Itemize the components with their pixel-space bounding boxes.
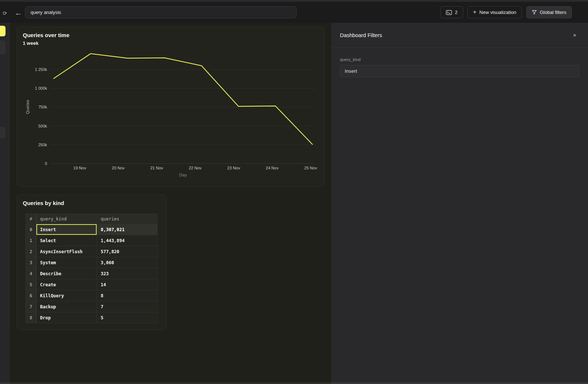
table-row: 7Backup7 (26, 301, 158, 312)
table-header: #query_kindqueries (26, 214, 158, 224)
query-kind-cell[interactable]: Backup (36, 301, 97, 312)
queries-count-cell[interactable]: 8 (97, 290, 158, 301)
y-tick-label: 1 250k (35, 67, 47, 72)
column-header-index[interactable]: # (26, 214, 36, 224)
x-tick-label: 20 Nov (112, 166, 125, 170)
table-row: 3System3,060 (26, 257, 158, 268)
table-row: 6KillQuery8 (26, 290, 158, 301)
dashboard-canvas: 0250k500k750k1 000k1 250k19 Nov20 Nov21 … (10, 23, 331, 384)
x-tick-label: 21 Nov (150, 166, 163, 170)
row-index-cell: 0 (26, 224, 36, 235)
row-index-cell: 6 (26, 290, 36, 301)
y-tick-label: 250k (38, 143, 47, 147)
queries-count-cell[interactable]: 14 (97, 279, 158, 290)
queries-count-cell[interactable]: 7 (97, 301, 158, 312)
filters-body: query_kind (331, 48, 588, 77)
x-tick-label: 24 Nov (266, 166, 279, 170)
row-index-cell: 7 (26, 301, 36, 312)
filter-field-label: query_kind (340, 57, 579, 62)
queries-count-cell[interactable]: 5 (97, 312, 158, 323)
new-visualization-button[interactable]: + New visualization (467, 6, 522, 18)
queries-count-cell[interactable]: 8,307,021 (97, 224, 158, 235)
row-index-cell: 1 (26, 235, 36, 246)
terminal-console-icon (446, 10, 452, 15)
new-visualization-label: New visualization (479, 10, 516, 15)
query-kind-cell[interactable]: Select (36, 235, 97, 246)
sidebar-active-dashboard-tab[interactable] (0, 26, 6, 36)
queries-by-kind-table: #query_kindqueries 0Insert8,307,0211Sele… (25, 213, 158, 323)
top-bar: ⟳ ← 2 + New visualization Global fi (0, 2, 588, 23)
table-row: 5Create14 (26, 279, 158, 290)
sidebar-dashboard-tab[interactable] (0, 40, 6, 54)
chart-subtitle: 1 week (23, 40, 39, 46)
topbar-actions: 2 + New visualization Global filters (440, 6, 572, 18)
x-tick-label: 22 Nov (189, 166, 202, 170)
series-line-queries (54, 54, 312, 144)
query-kind-cell[interactable]: KillQuery (36, 290, 97, 301)
dashboard-title-input[interactable] (25, 6, 297, 18)
chart-title: Queries over time (23, 32, 69, 38)
query-kind-cell[interactable]: System (36, 257, 97, 268)
global-filters-button[interactable]: Global filters (526, 6, 572, 18)
queries-count-cell[interactable]: 1,443,894 (97, 235, 158, 246)
global-filters-label: Global filters (540, 10, 566, 15)
queries-over-time-panel[interactable]: 0250k500k750k1 000k1 250k19 Nov20 Nov21 … (17, 26, 325, 187)
query-kind-cell[interactable]: Drop (36, 312, 97, 323)
table-row: 2AsyncInsertFlush577,820 (26, 246, 158, 257)
table-title: Queries by kind (23, 200, 64, 206)
row-index-cell: 4 (26, 268, 36, 279)
row-index-cell: 2 (26, 246, 36, 257)
query-kind-cell[interactable]: Create (36, 279, 97, 290)
filters-panel-title: Dashboard Filters (340, 32, 382, 38)
back-button[interactable]: ← (14, 8, 23, 18)
table-row: 0Insert8,307,021 (26, 224, 158, 235)
query-kind-cell[interactable]: Insert (36, 224, 97, 235)
refresh-icon[interactable]: ⟳ (1, 10, 8, 17)
queries-count-cell[interactable]: 577,820 (97, 246, 158, 257)
x-tick-label: 25 Nov (304, 166, 317, 170)
row-index-cell: 8 (26, 312, 36, 323)
query-kind-cell[interactable]: AsyncInsertFlush (36, 246, 97, 257)
table-row: 4Describe323 (26, 268, 158, 279)
left-sidebar-rail (0, 23, 10, 384)
column-header-query_kind[interactable]: query_kind (36, 214, 97, 224)
funnel-icon (532, 10, 537, 15)
dashboard-filters-panel: Dashboard Filters × query_kind (331, 23, 588, 384)
y-tick-label: 500k (38, 124, 47, 128)
queries-count-cell[interactable]: 323 (97, 268, 158, 279)
y-tick-label: 1 000k (35, 86, 47, 90)
x-tick-label: 19 Nov (74, 166, 86, 170)
y-tick-label: 0 (45, 161, 47, 166)
y-axis-title: Queries (25, 100, 30, 114)
row-index-cell: 3 (26, 257, 36, 268)
queries-by-kind-panel[interactable]: Queries by kind #query_kindqueries 0Inse… (17, 194, 166, 330)
y-tick-label: 750k (38, 105, 47, 109)
column-header-queries[interactable]: queries (97, 214, 158, 224)
x-tick-label: 23 Nov (227, 166, 240, 170)
queries-count-cell[interactable]: 3,060 (97, 257, 158, 268)
x-axis-title: Day (179, 173, 187, 177)
sql-console-button[interactable]: 2 (440, 6, 463, 18)
queries-line-chart: 0250k500k750k1 000k1 250k19 Nov20 Nov21 … (17, 27, 325, 181)
filters-header: Dashboard Filters × (331, 23, 588, 48)
query-kind-cell[interactable]: Describe (36, 268, 97, 279)
plus-icon: + (473, 9, 476, 15)
row-index-cell: 5 (26, 279, 36, 290)
table-row: 8Drop5 (26, 312, 158, 323)
console-count-badge: 2 (455, 10, 458, 15)
table-row: 1Select1,443,894 (26, 235, 158, 246)
query-kind-filter-input[interactable] (340, 65, 579, 77)
close-icon[interactable]: × (573, 32, 576, 38)
window-bottom-edge (0, 383, 588, 384)
sidebar-dashboard-tab-2[interactable] (0, 127, 6, 138)
